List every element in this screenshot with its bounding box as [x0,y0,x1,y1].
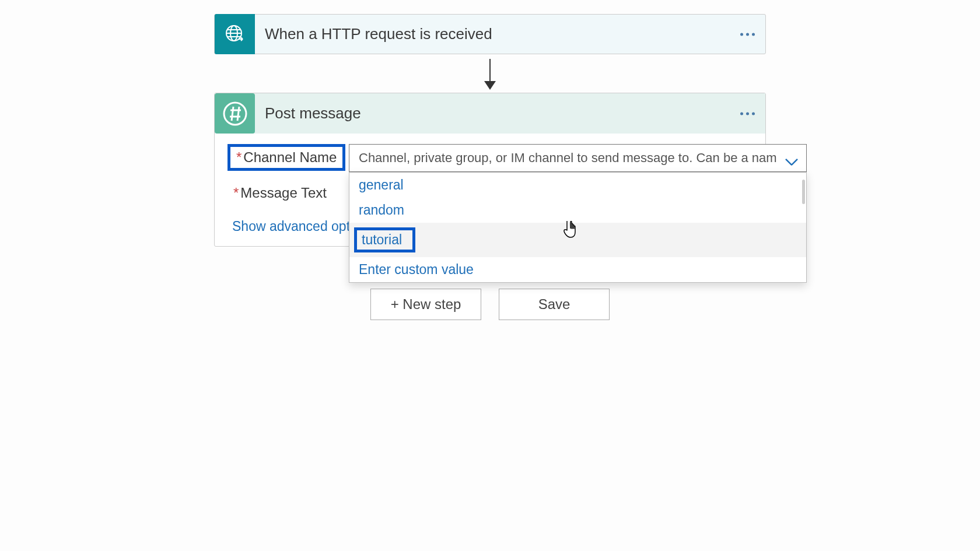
svg-line-8 [232,107,233,121]
channel-name-label: *Channel Name [228,144,345,171]
option-text: general [359,177,404,193]
http-request-icon [215,14,255,54]
dropdown-scrollbar[interactable] [802,180,805,204]
action-title: Post message [255,104,361,122]
trigger-more-button[interactable] [740,33,755,36]
action-header[interactable]: Post message [215,93,765,134]
option-text: Enter custom value [359,262,474,278]
save-button[interactable]: Save [499,289,610,320]
message-text-label: *Message Text [228,181,332,205]
option-text: tutorial [354,227,415,252]
action-body: *Channel Name Channel, private group, or… [215,134,765,246]
svg-line-9 [237,107,239,121]
svg-point-5 [224,103,246,125]
hash-channel-icon [215,93,255,134]
option-text: random [359,202,404,218]
dropdown-option-custom[interactable]: Enter custom value [349,257,806,282]
trigger-card[interactable]: When a HTTP request is received [214,14,766,54]
flow-arrow-icon [489,59,491,88]
channel-name-placeholder: Channel, private group, or IM channel to… [359,150,777,166]
action-more-button[interactable] [740,112,755,115]
dropdown-option-random[interactable]: random [349,198,806,223]
chevron-down-icon [785,154,798,161]
channel-name-label-text: Channel Name [243,149,337,165]
flow-canvas: When a HTTP request is received Post mes… [0,0,980,320]
action-card: Post message *Channel Name Channel, priv… [214,93,766,247]
message-text-label-text: Message Text [240,185,327,201]
channel-name-dropdown[interactable]: Channel, private group, or IM channel to… [349,144,807,172]
footer-buttons: + New step Save [0,289,980,320]
dropdown-option-tutorial[interactable]: tutorial [349,223,806,257]
trigger-title: When a HTTP request is received [255,25,492,43]
channel-dropdown-list: general random tutorial Enter custom val… [349,172,807,283]
field-row-channel: *Channel Name Channel, private group, or… [228,144,752,172]
new-step-button[interactable]: + New step [370,289,481,320]
dropdown-option-general[interactable]: general [349,173,806,198]
